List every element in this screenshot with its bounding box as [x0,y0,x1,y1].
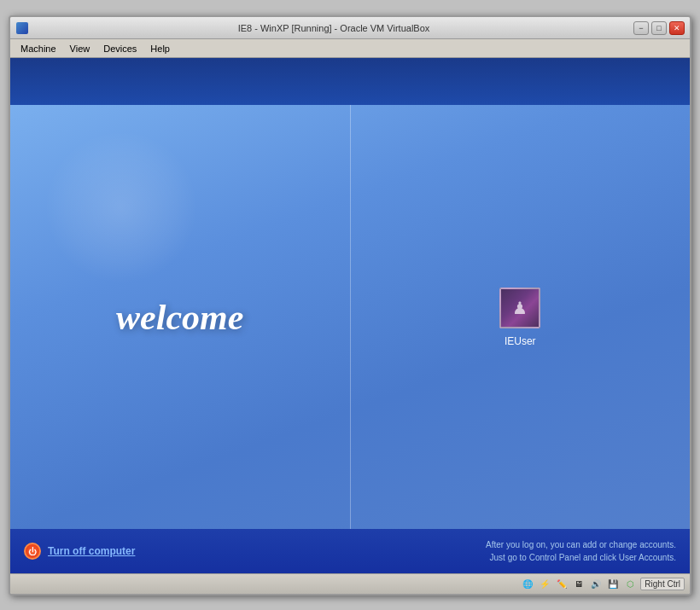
restore-button[interactable]: □ [651,21,667,35]
login-hint: After you log on, you can add or change … [486,538,676,564]
usb-status-icon[interactable]: 💾 [606,578,620,591]
vm-content: welcome ♟ IEUser ⏻ [10,58,690,594]
xp-main-area: welcome ♟ IEUser ⏻ [10,105,690,573]
hint-line2: Just go to Control Panel and click User … [486,551,676,564]
activity-status-icon[interactable]: ⚡ [538,578,551,591]
chess-pieces-icon: ♟ [512,298,528,318]
right-ctrl-badge: Right Ctrl [640,578,685,590]
window-controls: − □ ✕ [633,21,685,35]
xp-top-banner [10,58,690,105]
xp-login-screen: welcome ♟ IEUser ⏻ [10,58,690,573]
hint-line1: After you log on, you can add or change … [486,538,676,551]
window-icon [15,21,29,35]
menu-view[interactable]: View [63,42,97,55]
close-button[interactable]: ✕ [669,21,685,35]
turn-off-button[interactable]: ⏻ Turn off computer [24,543,135,560]
power-icon: ⏻ [24,543,41,560]
window-title: IE8 - WinXP [Running] - Oracle VM Virtua… [34,23,633,33]
display-status-icon[interactable]: 🖥 [572,578,586,591]
menu-machine[interactable]: Machine [14,42,63,55]
xp-bottom-bar: ⏻ Turn off computer After you log on, yo… [10,529,690,573]
welcome-section: welcome [10,105,351,529]
user-avatar: ♟ [499,288,540,328]
edit-status-icon[interactable]: ✏️ [555,578,569,591]
virtualbox-window: IE8 - WinXP [Running] - Oracle VM Virtua… [9,15,691,595]
audio-status-icon[interactable]: 🔊 [589,578,603,591]
minimize-button[interactable]: − [633,21,649,35]
vbox-status-bar: 🌐 ⚡ ✏️ 🖥 🔊 💾 ⬡ Right Ctrl [10,573,690,594]
user-name-label: IEUser [505,335,536,347]
vbox-green-icon: ⬡ [623,578,637,591]
user-entry[interactable]: ♟ IEUser [499,288,540,347]
turn-off-label: Turn off computer [48,545,135,557]
menu-bar: Machine View Devices Help [10,39,690,58]
vbox-logo-icon [16,22,28,34]
welcome-text: welcome [116,297,243,338]
menu-devices[interactable]: Devices [96,42,143,55]
network-status-icon[interactable]: 🌐 [521,578,534,591]
menu-help[interactable]: Help [143,42,177,55]
title-bar: IE8 - WinXP [Running] - Oracle VM Virtua… [10,17,690,39]
user-section: ♟ IEUser [351,105,691,529]
xp-body: welcome ♟ IEUser [10,105,690,529]
